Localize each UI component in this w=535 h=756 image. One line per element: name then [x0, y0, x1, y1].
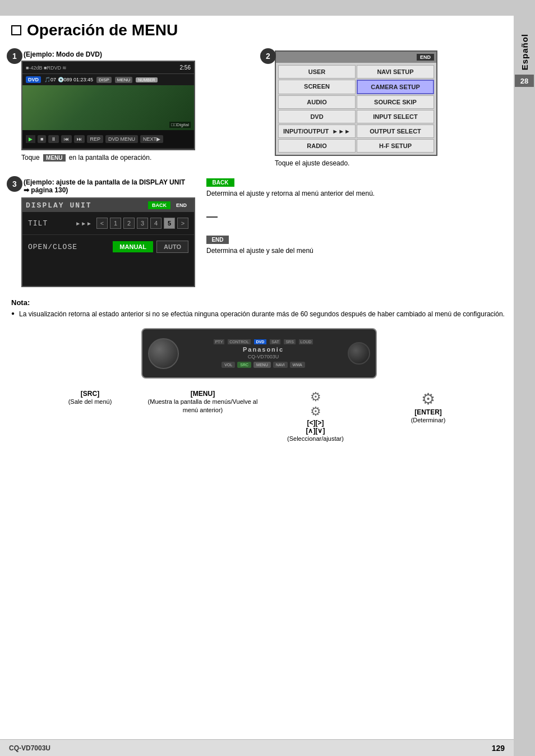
tilt-label: TILT: [28, 219, 75, 228]
prev-btn[interactable]: ⏮: [61, 135, 72, 143]
next-btn[interactable]: ⏭: [74, 135, 85, 143]
page-title: Operación de MENU: [27, 21, 178, 39]
step-2: 2 END USER NAVI SETUP SCREEN CAMERA SETU…: [265, 50, 507, 167]
du-num-row: < 1 2 3 4 5 >: [96, 218, 188, 229]
footer: CQ-VD7003U 129: [0, 739, 514, 756]
caption-toque: Toque: [21, 154, 40, 162]
number-btn[interactable]: NUMBER: [136, 77, 157, 82]
menu-key: [MENU]: [146, 390, 259, 398]
badge-srs: SRS: [284, 339, 295, 344]
menu-input-select[interactable]: INPUT SELECT: [357, 110, 434, 123]
note-section: Nota: La visualización retorna al estado…: [11, 298, 507, 319]
menu-user[interactable]: USER: [278, 65, 356, 79]
du-header: DISPLAY UNIT BACK END: [22, 199, 194, 212]
num-btn-right[interactable]: >: [177, 218, 188, 229]
dvd-screen-info: DVD 🎵07 💿089 01:23:45 DISP MENU NUMBER: [22, 74, 194, 85]
caption-menu-word: MENU: [43, 154, 65, 162]
device-brand: Panasonic: [243, 346, 284, 353]
dash-separator: [206, 216, 218, 218]
menu-screen-header: END: [276, 52, 436, 63]
num-btn-4[interactable]: 4: [150, 218, 162, 229]
next-track-btn[interactable]: NEXT▶: [140, 135, 163, 143]
menu-btn[interactable]: MENU: [115, 77, 133, 83]
left-right-dial-icon: ⚙: [310, 390, 321, 404]
steps-1-2-row: 1 (Ejemplo: Modo de DVD) ■-42dB ■RDVD ≋ …: [11, 50, 507, 167]
step-1-label: (Ejemplo: Modo de DVD): [24, 50, 253, 58]
manual-btn[interactable]: MANUAL: [113, 241, 153, 252]
dvd-controls: ▶ ■ ⏸ ⏮ ⏭ REP DVD MENU NEXT▶: [22, 130, 194, 148]
dev-wma-btn[interactable]: WMA: [290, 362, 305, 368]
menu-camera-setup[interactable]: CAMERA SETUP: [357, 80, 434, 94]
track-info: 🎵07 💿089 01:23:45: [44, 77, 93, 82]
badge-loud: LOUD: [299, 339, 313, 344]
back-btn[interactable]: BACK: [148, 201, 170, 209]
play-btn[interactable]: ▶: [26, 135, 35, 143]
step-2-caption: Toque el ajuste deseado.: [275, 159, 507, 167]
auto-btn[interactable]: AUTO: [156, 241, 188, 253]
dev-navi-btn[interactable]: NAVI: [273, 362, 288, 368]
step-3-left: 3 (Ejemplo: ajuste de la pantalla de la …: [11, 178, 195, 287]
dev-menu-btn[interactable]: MENU: [253, 362, 271, 368]
end-info-box: END Determina el ajuste y sale del menú: [206, 236, 507, 256]
enter-dial-icon: ⚙: [372, 390, 485, 408]
menu-screen: END USER NAVI SETUP SCREEN CAMERA SETUP …: [275, 50, 437, 156]
signal-text: ■-42dB ■RDVD ≋: [26, 65, 67, 71]
menu-output-select[interactable]: OUTPUT SELECT: [357, 125, 434, 138]
menu-screen[interactable]: SCREEN: [278, 80, 356, 94]
end-label: END: [206, 236, 229, 244]
sidebar-page-number: 28: [515, 75, 534, 87]
src-key: [SRC]: [34, 390, 146, 398]
footer-page: 129: [492, 744, 505, 753]
step-3-row: 3 (Ejemplo: ajuste de la pantalla de la …: [11, 178, 507, 287]
arrows-key: [<][>][∧][∨]: [259, 419, 372, 435]
num-btn-3[interactable]: 3: [137, 218, 148, 229]
top-bar: [0, 0, 535, 16]
du-btn-group: BACK END: [148, 201, 191, 209]
menu-audio[interactable]: AUDIO: [278, 95, 356, 109]
open-close-label: OPEN/CLOSE: [28, 243, 84, 251]
menu-hf-setup[interactable]: H-F SETUP: [357, 139, 434, 153]
step-2-circle: 2: [260, 48, 276, 64]
step-3-right: BACK Determina el ajuste y retorna al me…: [206, 178, 507, 287]
title-checkbox-icon: [11, 25, 21, 35]
note-title: Nota:: [11, 298, 507, 307]
menu-navi-setup[interactable]: NAVI SETUP: [357, 65, 434, 79]
time-text: 2:56: [180, 64, 191, 71]
label-src: [SRC] (Sale del menú): [34, 390, 146, 443]
end-btn-header[interactable]: END: [417, 54, 434, 61]
step-1: 1 (Ejemplo: Modo de DVD) ■-42dB ■RDVD ≋ …: [11, 50, 253, 167]
du-open-close-row: OPEN/CLOSE MANUAL AUTO: [22, 235, 194, 259]
num-btn-1[interactable]: 1: [110, 218, 121, 229]
pause-btn[interactable]: ⏸: [48, 135, 59, 143]
enter-key: [ENTER]: [372, 408, 485, 416]
arrows-icon-group: ⚙ ⚙: [259, 390, 372, 419]
dvd-screen-top: ■-42dB ■RDVD ≋ 2:56: [22, 62, 194, 74]
stop-btn[interactable]: ■: [38, 135, 46, 143]
badge-control: CONTROL: [228, 339, 250, 344]
menu-radio[interactable]: RADIO: [278, 139, 356, 153]
num-btn-2[interactable]: 2: [123, 218, 135, 229]
num-btn-left[interactable]: <: [96, 218, 108, 229]
dev-src-btn[interactable]: SRC: [237, 362, 251, 368]
dvd-menu-btn[interactable]: DVD MENU: [105, 135, 138, 143]
num-btn-5[interactable]: 5: [164, 218, 175, 229]
rep-btn[interactable]: REP: [87, 135, 103, 143]
step-1-circle: 1: [7, 48, 22, 64]
device-center: PTY CONTROL DVD SAT SRS LOUD Panasonic C…: [183, 339, 343, 368]
arrows-desc: (Seleccionar/ajustar): [259, 435, 372, 443]
step-3-label: (Ejemplo: ajuste de la pantalla de la DI…: [24, 178, 195, 194]
step-1-caption: Toque MENU en la pantalla de operación.: [21, 154, 253, 162]
menu-source-skip[interactable]: SOURCE SKIP: [357, 95, 434, 109]
disp-btn[interactable]: DISP: [96, 77, 112, 83]
badge-pty: PTY: [214, 339, 225, 344]
menu-dvd[interactable]: DVD: [278, 110, 356, 123]
label-arrows: ⚙ ⚙ [<][>][∧][∨] (Seleccionar/ajustar): [259, 390, 372, 443]
main-content: Operación de MENU 1 (Ejemplo: Modo de DV…: [11, 21, 507, 460]
up-down-dial-icon: ⚙: [310, 404, 321, 419]
end-btn[interactable]: END: [172, 201, 191, 209]
device-badges-row: PTY CONTROL DVD SAT SRS LOUD: [214, 339, 313, 344]
menu-input-output[interactable]: INPUT/OUTPUT►►►: [278, 125, 356, 138]
badge-dvd: DVD: [254, 339, 267, 344]
device-left-knob: [148, 338, 179, 369]
tilt-arrows: ►►►: [75, 220, 92, 227]
